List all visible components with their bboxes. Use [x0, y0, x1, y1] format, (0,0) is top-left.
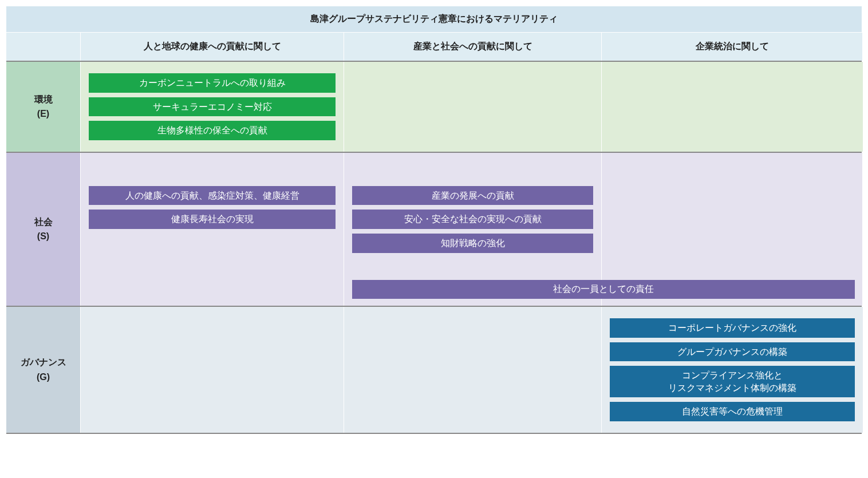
env-item-biodiversity: 生物多様性の保全への貢献 [89, 121, 336, 140]
row-social: 社会 (S) 科学技術の進歩への取り組み 人の健康への貢献、感染症対策、健康経営… [6, 153, 862, 307]
soc-item-industry-development: 産業の発展への貢献 [352, 186, 593, 206]
spacer [350, 160, 595, 181]
spacer [86, 160, 338, 181]
row-label-text: 社会 [34, 215, 53, 230]
gov-item-compliance-risk: コンプライアンス強化と リスクマネジメント体制の構築 [610, 366, 855, 397]
gov-item-group-governance: グループガバナンスの構築 [610, 342, 855, 362]
spacer [86, 234, 338, 255]
column-header-3: 企業統治に関して [602, 33, 863, 61]
row-environment: 環境 (E) カーボンニュートラルへの取り組み サーキュラーエコノミー対応 生物… [6, 62, 862, 153]
row-label-governance: ガバナンス (G) [6, 307, 81, 433]
row-label-code: (E) [37, 106, 49, 121]
env-item-circular-economy: サーキュラーエコノミー対応 [89, 97, 336, 117]
soc-item-safe-society: 安心・安全な社会の実現への貢献 [352, 210, 593, 229]
row-body-governance: コーポレートガバナンスの強化 グループガバナンスの構築 コンプライアンス強化と … [81, 307, 863, 433]
row-governance: ガバナンス (G) コーポレートガバナンスの強化 グループガバナンスの構築 コン… [6, 307, 862, 434]
row-label-code: (S) [37, 229, 49, 244]
gov-item-disaster-crisis: 自然災害等への危機管理 [610, 402, 855, 421]
env-item-carbon-neutral: カーボンニュートラルへの取り組み [89, 73, 336, 93]
column-headers: 人と地球の健康への貢献に関して 産業と社会への貢献に関して 企業統治に関して [6, 33, 862, 62]
cell-env-c1: カーボンニュートラルへの取り組み サーキュラーエコノミー対応 生物多様性の保全へ… [81, 62, 344, 152]
materiality-matrix: 島津グループサステナビリティ憲章におけるマテリアリティ 人と地球の健康への貢献に… [6, 6, 862, 434]
matrix-title: 島津グループサステナビリティ憲章におけるマテリアリティ [6, 6, 862, 33]
row-body-social: 科学技術の進歩への取り組み 人の健康への貢献、感染症対策、健康経営 健康長寿社会… [81, 153, 863, 306]
soc-item-ip-strategy: 知財戦略の強化 [352, 234, 593, 253]
soc-item-health-contribution: 人の健康への貢献、感染症対策、健康経営 [89, 186, 336, 206]
cell-gov-c2 [344, 307, 602, 433]
row-label-text: 環境 [34, 92, 53, 107]
soc-item-healthy-longevity: 健康長寿社会の実現 [89, 210, 336, 229]
cell-soc-c1: 人の健康への貢献、感染症対策、健康経営 健康長寿社会の実現 [81, 153, 344, 306]
row-label-code: (G) [37, 370, 50, 385]
soc-item-responsibility-as-member: 社会の一員としての責任 [352, 280, 855, 299]
row-label-social: 社会 (S) [6, 153, 81, 306]
row-label-environment: 環境 (E) [6, 62, 81, 152]
column-header-2: 産業と社会への貢献に関して [344, 33, 602, 61]
cell-env-c2 [344, 62, 602, 152]
gov-item-corporate-governance: コーポレートガバナンスの強化 [610, 318, 855, 338]
spacer [86, 277, 338, 299]
header-empty [6, 33, 81, 61]
column-header-1: 人と地球の健康への貢献に関して [81, 33, 344, 61]
row-body-environment: カーボンニュートラルへの取り組み サーキュラーエコノミー対応 生物多様性の保全へ… [81, 62, 863, 152]
spacer [86, 255, 338, 277]
cell-env-c3 [602, 62, 863, 152]
cell-gov-c3: コーポレートガバナンスの強化 グループガバナンスの構築 コンプライアンス強化と … [602, 307, 863, 433]
cell-gov-c1 [81, 307, 344, 433]
row-label-text: ガバナンス [21, 355, 66, 370]
